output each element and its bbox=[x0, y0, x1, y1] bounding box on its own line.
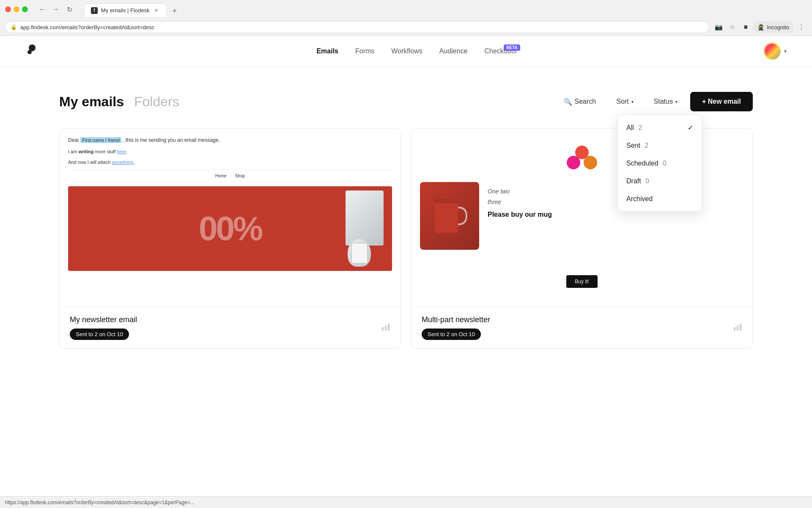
avatar-image bbox=[765, 44, 779, 58]
reload-button[interactable]: ↻ bbox=[63, 3, 75, 15]
avatar-dropdown-chevron[interactable]: ▾ bbox=[784, 48, 787, 54]
forward-button[interactable]: → bbox=[50, 3, 62, 15]
incognito-badge: 🥷 Incognito bbox=[753, 21, 793, 33]
tab-close-button[interactable]: ✕ bbox=[153, 7, 160, 14]
browser-titlebar: ← → ↻ f My emails | Flodesk ✕ + bbox=[0, 0, 812, 19]
email-card-footer-1: My newsletter email Sent to 2 on Oct 10 bbox=[60, 306, 401, 348]
status-button[interactable]: Status ▾ bbox=[646, 94, 685, 110]
svg-rect-8 bbox=[737, 326, 738, 331]
sort-label: Sort bbox=[616, 98, 628, 105]
buy-button-preview: Buy it! bbox=[566, 275, 597, 288]
preview2-logo-row2 bbox=[567, 156, 597, 169]
nav-forms[interactable]: Forms bbox=[355, 47, 374, 55]
dear-line: Dear First name / friend , this is me se… bbox=[68, 137, 392, 143]
address-bar[interactable]: 🔒 app.flodesk.com/emails?orderBy=created… bbox=[5, 21, 709, 33]
new-email-label: + New email bbox=[702, 98, 741, 105]
stats-icon-2[interactable] bbox=[733, 322, 742, 334]
browser-chrome: ← → ↻ f My emails | Flodesk ✕ + 🔒 app.fl… bbox=[0, 0, 812, 36]
active-tab[interactable]: f My emails | Flodesk ✕ bbox=[84, 3, 167, 17]
status-label: Status bbox=[654, 98, 673, 105]
page-title-area: My emails Folders bbox=[59, 94, 179, 110]
sort-chevron-icon: ▾ bbox=[631, 99, 634, 104]
maximize-window-button[interactable] bbox=[22, 6, 28, 12]
svg-rect-7 bbox=[734, 327, 735, 331]
close-window-button[interactable] bbox=[5, 6, 11, 12]
folders-link[interactable]: Folders bbox=[134, 94, 179, 110]
status-archived-label: Archived bbox=[626, 195, 653, 203]
nav-audience[interactable]: Audience bbox=[439, 47, 468, 55]
new-email-button[interactable]: + New email bbox=[690, 92, 753, 111]
status-sent-item[interactable]: Sent 2 bbox=[618, 137, 702, 155]
svg-rect-9 bbox=[740, 324, 741, 331]
preview2-text-section: One two three Please buy our mug bbox=[488, 182, 744, 218]
status-draft-count: 0 bbox=[645, 177, 649, 185]
page-title: My emails bbox=[59, 94, 124, 110]
preview-nav-home: Home bbox=[215, 174, 227, 178]
new-tab-button[interactable]: + bbox=[169, 5, 181, 17]
status-all-item[interactable]: All 2 ✓ bbox=[618, 119, 702, 137]
status-scheduled-label: Scheduled 0 bbox=[626, 160, 667, 167]
camera-icon[interactable]: 📷 bbox=[713, 21, 724, 33]
checkouts-nav-item: Checkouts BETA bbox=[485, 47, 520, 55]
email-card-footer-2: Multi-part newsletter Sent to 2 on Oct 1… bbox=[411, 306, 752, 348]
nav-links: Emails Forms Workflows Audience Checkout… bbox=[73, 47, 764, 55]
email-name-1: My newsletter email bbox=[70, 315, 137, 324]
dot-right bbox=[584, 156, 597, 169]
status-draft-item[interactable]: Draft 0 bbox=[618, 172, 702, 190]
product-mug bbox=[348, 239, 371, 267]
status-scheduled-count: 0 bbox=[663, 160, 667, 167]
status-dropdown: All 2 ✓ Sent 2 Scheduled 0 Draft 0 Archi… bbox=[617, 115, 702, 212]
email-name-2: Multi-part newsletter bbox=[422, 315, 490, 324]
dot-left bbox=[567, 156, 580, 169]
status-sent-label: Sent 2 bbox=[626, 142, 648, 149]
email-info-1: My newsletter email Sent to 2 on Oct 10 bbox=[70, 315, 137, 340]
incognito-label: Incognito bbox=[767, 24, 789, 30]
extensions-icon[interactable]: ◾ bbox=[740, 21, 752, 33]
traffic-lights bbox=[5, 6, 28, 12]
preview-navbar: Home Shop bbox=[68, 170, 392, 182]
status-all-count: 2 bbox=[638, 124, 642, 131]
status-scheduled-item[interactable]: Scheduled 0 bbox=[618, 155, 702, 172]
status-bar: https://app.flodesk.com/emails?orderBy=c… bbox=[0, 496, 812, 508]
svg-rect-3 bbox=[385, 326, 387, 331]
mug-image-container bbox=[420, 182, 479, 250]
user-avatar[interactable] bbox=[764, 43, 781, 60]
email-card-1[interactable]: Dear First name / friend , this is me se… bbox=[59, 128, 401, 349]
status-archived-item[interactable]: Archived bbox=[618, 190, 702, 208]
svg-rect-6 bbox=[435, 199, 458, 203]
search-label: Search bbox=[575, 98, 596, 105]
toolbar-icons: 📷 ☆ ◾ 🥷 Incognito ⋮ bbox=[713, 21, 807, 33]
chrome-menu-button[interactable]: ⋮ bbox=[795, 21, 807, 33]
minimize-window-button[interactable] bbox=[14, 6, 19, 12]
svg-rect-4 bbox=[388, 324, 390, 331]
header-actions: 🔍 Search Sort ▾ Status ▾ + New email All… bbox=[556, 92, 753, 111]
nav-emails[interactable]: Emails bbox=[316, 47, 338, 55]
first-name-tag: First name / friend bbox=[80, 137, 121, 143]
stats-icon-1[interactable] bbox=[381, 322, 390, 334]
preview-body-1: I am writing more stuff here. bbox=[68, 148, 392, 155]
sort-button[interactable]: Sort ▾ bbox=[609, 94, 641, 110]
status-draft-label: Draft 0 bbox=[626, 177, 649, 185]
mug-svg bbox=[428, 190, 471, 241]
page-header: My emails Folders 🔍 Search Sort ▾ Status… bbox=[59, 92, 753, 111]
bookmark-icon[interactable]: ☆ bbox=[726, 21, 738, 33]
sent-badge-2: Sent to 2 on Oct 10 bbox=[422, 329, 481, 340]
nav-workflows[interactable]: Workflows bbox=[391, 47, 422, 55]
preview-body-2: And now I will attach something. bbox=[68, 159, 392, 166]
tab-favicon: f bbox=[91, 7, 98, 14]
search-icon: 🔍 bbox=[564, 98, 572, 106]
status-url: https://app.flodesk.com/emails?orderBy=c… bbox=[5, 500, 195, 505]
back-button[interactable]: ← bbox=[36, 3, 48, 15]
svg-rect-2 bbox=[382, 327, 384, 331]
address-text: app.flodesk.com/emails?orderBy=createdAt… bbox=[20, 24, 154, 30]
buy-text: Please buy our mug bbox=[488, 211, 744, 218]
main-content: My emails Folders 🔍 Search Sort ▾ Status… bbox=[0, 66, 812, 447]
search-button[interactable]: 🔍 Search bbox=[556, 94, 604, 110]
incognito-icon: 🥷 bbox=[757, 24, 764, 30]
hw-line1: One two bbox=[488, 188, 510, 195]
product-image-1 bbox=[346, 190, 384, 246]
status-sent-count: 2 bbox=[645, 142, 648, 149]
browser-toolbar: 🔒 app.flodesk.com/emails?orderBy=created… bbox=[0, 19, 812, 36]
flodesk-logo-icon bbox=[25, 41, 39, 58]
email-info-2: Multi-part newsletter Sent to 2 on Oct 1… bbox=[422, 315, 490, 340]
